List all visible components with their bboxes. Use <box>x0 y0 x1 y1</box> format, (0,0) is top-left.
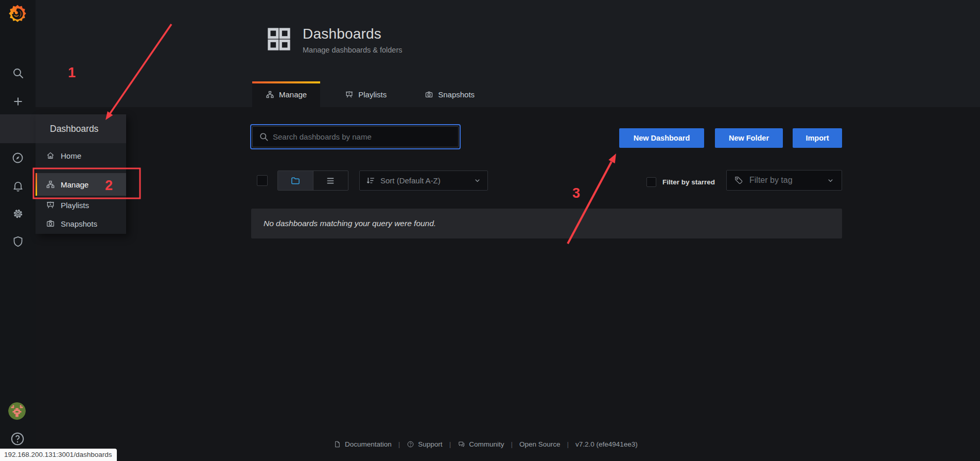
sidebar-item-alerting[interactable] <box>0 173 36 199</box>
footer-link-support[interactable]: Support <box>407 440 442 448</box>
footer-link-documentation[interactable]: Documentation <box>334 440 392 448</box>
flyout-item-label: Snapshots <box>61 219 97 228</box>
browser-status-url: 192.168.200.131:3001/dashboards <box>0 449 117 461</box>
dashboards-flyout-menu: Dashboards Home Manage <box>36 114 126 234</box>
new-dashboard-button[interactable]: New Dashboard <box>619 128 704 148</box>
page-header: Dashboards Manage dashboards & folders <box>266 26 402 55</box>
chat-icon <box>458 440 465 448</box>
dashboard-search <box>250 124 461 149</box>
sitemap-icon <box>266 90 274 99</box>
sort-label: Sort (Default A-Z) <box>380 176 474 185</box>
question-circle-icon <box>407 440 414 448</box>
footer-link-label: Documentation <box>345 440 392 448</box>
starred-checkbox[interactable] <box>646 177 656 187</box>
list-view-button[interactable] <box>313 171 348 190</box>
footer-link-label: Support <box>418 440 442 448</box>
sidebar-item-explore[interactable] <box>0 144 36 171</box>
flyout-item-playlists[interactable]: Playlists <box>36 196 126 214</box>
sidebar-item-server-admin[interactable] <box>0 228 36 255</box>
empty-results-bar: No dashboards matching your query were f… <box>251 209 842 238</box>
flyout-item-home[interactable]: Home <box>36 146 126 165</box>
dashboards-grid-icon <box>266 26 292 55</box>
tab-manage[interactable]: Manage <box>252 81 320 107</box>
flyout-item-label: Manage <box>61 180 89 189</box>
footer-version-label: v7.2.0 (efe4941ee3) <box>575 440 638 448</box>
search-icon <box>12 67 24 79</box>
tab-bar: Manage Playlists Snapshots <box>252 81 488 107</box>
sidebar <box>0 0 36 461</box>
flyout-item-label: Playlists <box>61 201 89 210</box>
footer-separator: | <box>567 440 569 448</box>
page-title: Dashboards <box>303 26 402 42</box>
search-icon <box>259 132 269 142</box>
footer-version: v7.2.0 (efe4941ee3) <box>575 440 638 448</box>
grafana-logo-icon[interactable] <box>7 3 28 25</box>
sitemap-icon <box>46 179 56 190</box>
import-button[interactable]: Import <box>793 128 842 148</box>
page-header-band <box>36 0 980 107</box>
document-icon <box>334 440 341 448</box>
tab-snapshots[interactable]: Snapshots <box>411 81 488 107</box>
tab-label: Manage <box>279 90 307 99</box>
camera-icon <box>425 90 433 99</box>
flyout-item-label: Home <box>61 151 81 160</box>
view-mode-toggle <box>277 170 348 191</box>
footer-link-open-source[interactable]: Open Source <box>519 440 561 448</box>
chevron-down-icon <box>827 177 834 184</box>
footer-link-community[interactable]: Community <box>458 440 504 448</box>
select-all-checkbox[interactable] <box>257 175 268 186</box>
sort-dropdown[interactable]: Sort (Default A-Z) <box>359 170 488 191</box>
chevron-down-icon <box>474 177 481 184</box>
page-subtitle: Manage dashboards & folders <box>303 46 402 54</box>
presentation-icon <box>46 200 56 210</box>
new-folder-button[interactable]: New Folder <box>715 128 783 148</box>
compass-icon <box>11 151 24 164</box>
footer-link-label: Community <box>469 440 504 448</box>
filter-starred: Filter by starred <box>646 177 715 187</box>
footer-separator: | <box>449 440 451 448</box>
presentation-icon <box>345 90 354 99</box>
user-avatar[interactable] <box>8 402 26 420</box>
shield-icon <box>12 235 24 248</box>
folder-view-button[interactable] <box>278 171 313 190</box>
home-icon <box>46 150 56 161</box>
plus-icon <box>12 95 24 108</box>
footer-separator: | <box>398 440 400 448</box>
folder-icon <box>290 176 301 186</box>
tag-filter-dropdown[interactable]: Filter by tag <box>726 170 842 191</box>
starred-label: Filter by starred <box>662 178 715 186</box>
sort-icon <box>366 176 376 185</box>
main-content: Dashboards Manage dashboards & folders M… <box>36 0 980 461</box>
tab-label: Playlists <box>358 90 387 99</box>
tab-playlists[interactable]: Playlists <box>331 81 400 107</box>
sidebar-item-configuration[interactable] <box>0 200 36 227</box>
bell-icon <box>12 180 24 192</box>
footer-link-label: Open Source <box>519 440 561 448</box>
flyout-title: Dashboards <box>36 114 126 143</box>
camera-icon <box>46 218 56 229</box>
search-input[interactable] <box>273 132 458 141</box>
tag-icon <box>734 175 744 185</box>
grafana-app: Dashboards Manage dashboards & folders M… <box>0 0 980 461</box>
flyout-item-manage[interactable]: Manage <box>36 173 126 196</box>
sidebar-item-search[interactable] <box>0 60 36 87</box>
tab-label: Snapshots <box>438 90 475 99</box>
list-icon <box>325 176 336 186</box>
help-icon[interactable] <box>10 431 25 449</box>
footer-separator: | <box>511 440 513 448</box>
footer: Documentation | Support | Community | Op… <box>334 440 638 448</box>
gear-icon <box>12 208 24 220</box>
tag-filter-label: Filter by tag <box>749 176 827 185</box>
flyout-item-snapshots[interactable]: Snapshots <box>36 214 126 233</box>
sidebar-item-create[interactable] <box>0 88 36 115</box>
empty-results-message: No dashboards matching your query were f… <box>264 219 436 228</box>
